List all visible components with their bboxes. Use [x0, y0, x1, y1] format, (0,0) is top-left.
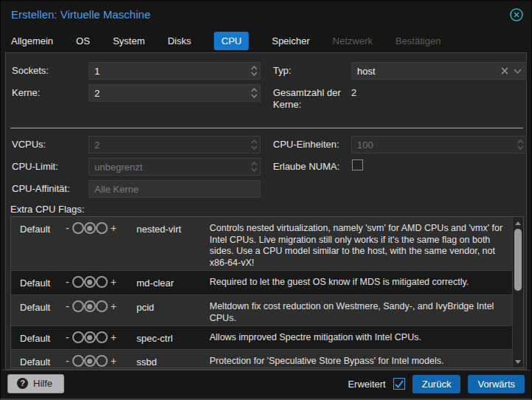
- cpu-settings-panel: Sockets: Typ: Kerne: Gesamtzahl d: [5, 52, 527, 370]
- tristate-off-radio[interactable]: [72, 331, 84, 343]
- flag-tristate-control: - +: [66, 355, 137, 367]
- dialog-footer: ? Hilfe Erweitert Zurück Vorwärts: [1, 370, 531, 397]
- flag-description: Controls nested virtualization, namely '…: [210, 222, 507, 269]
- sockets-spinner[interactable]: [248, 63, 260, 79]
- typ-combo-tools: [500, 66, 526, 75]
- tristate-default-radio[interactable]: [84, 355, 96, 367]
- cpu-flags-table: Default - + nested-virt Controls nested …: [10, 216, 524, 368]
- tristate-on-radio[interactable]: [96, 222, 108, 234]
- tristate-on-radio[interactable]: [96, 331, 108, 343]
- chevron-down-icon[interactable]: [514, 69, 522, 74]
- tristate-default-radio[interactable]: [84, 331, 96, 343]
- tab-bar: Allgemein OS System Disks CPU Speicher N…: [11, 29, 531, 52]
- cpu-limit-field: [89, 158, 260, 176]
- tristate-on-radio[interactable]: [96, 276, 108, 288]
- typ-combobox: [351, 62, 527, 80]
- flag-row-nested-virt: Default - + nested-virt Controls nested …: [11, 217, 523, 271]
- cpu-units-field: [351, 136, 527, 154]
- vcpus-label: VCPUs:: [12, 139, 46, 150]
- spinner-down-icon: [517, 145, 524, 150]
- tab-system[interactable]: System: [113, 32, 145, 50]
- flag-name: pcid: [137, 300, 210, 313]
- create-vm-dialog: Erstellen: Virtuelle Maschine Allgemein …: [0, 0, 532, 400]
- tristate-off-radio[interactable]: [72, 300, 84, 312]
- kerne-field: [89, 84, 260, 102]
- numa-checkbox[interactable]: [352, 159, 363, 170]
- tab-cpu[interactable]: CPU: [214, 32, 249, 50]
- back-button[interactable]: Zurück: [412, 375, 461, 393]
- tab-disks[interactable]: Disks: [167, 32, 191, 50]
- clear-icon[interactable]: [500, 66, 509, 75]
- cpu-limit-input: [89, 162, 248, 173]
- close-icon[interactable]: [509, 7, 524, 22]
- footer-actions: Erweitert Zurück Vorwärts: [348, 375, 525, 393]
- flag-description: Protection for 'Speculative Store Bypass…: [210, 355, 507, 368]
- spinner-up-icon: [251, 139, 258, 144]
- tristate-minus-label: -: [66, 276, 69, 288]
- sockets-input[interactable]: [89, 66, 248, 77]
- tristate-off-radio[interactable]: [72, 355, 84, 367]
- cpu-affinity-label: CPU-Affinität:: [12, 183, 70, 194]
- help-button[interactable]: ? Hilfe: [7, 374, 64, 393]
- scroll-down-icon[interactable]: [513, 356, 523, 367]
- tristate-plus-label: +: [111, 331, 117, 343]
- kerne-spinner[interactable]: [248, 85, 260, 101]
- help-button-label: Hilfe: [33, 378, 52, 389]
- tab-os[interactable]: OS: [76, 32, 90, 50]
- spinner-down-icon: [251, 145, 258, 150]
- flag-tristate-control: - +: [66, 300, 137, 312]
- flag-state-label: Default: [20, 276, 66, 289]
- section-divider: [10, 128, 523, 128]
- flag-row-md-clear: Default - + md-clear Required to let the…: [11, 271, 523, 295]
- tristate-plus-label: +: [111, 276, 117, 288]
- vcpus-input: [89, 139, 248, 151]
- flag-description: Meltdown fix cost reduction on Westmere,…: [210, 300, 507, 324]
- flag-row-spec-ctrl: Default - + spec-ctrl Allows improved Sp…: [11, 326, 523, 350]
- cpu-units-label: CPU-Einheiten:: [273, 139, 339, 150]
- tristate-on-radio[interactable]: [96, 300, 108, 312]
- total-cores-value: 2: [351, 87, 356, 98]
- flag-name: md-clear: [137, 276, 210, 289]
- tristate-minus-label: -: [66, 355, 69, 367]
- kerne-input[interactable]: [89, 88, 248, 99]
- scroll-up-icon[interactable]: [513, 218, 523, 228]
- flag-state-label: Default: [20, 331, 66, 344]
- typ-label: Typ:: [273, 65, 291, 76]
- sockets-label: Sockets:: [12, 65, 49, 76]
- forward-button[interactable]: Vorwärts: [468, 375, 525, 393]
- spinner-up-icon: [251, 162, 258, 166]
- tristate-on-radio[interactable]: [96, 355, 108, 367]
- tab-speicher[interactable]: Speicher: [272, 32, 309, 50]
- flag-tristate-control: - +: [66, 222, 137, 234]
- cpu-affinity-input[interactable]: [89, 184, 260, 195]
- cpu-limit-spinner: [248, 159, 260, 175]
- tab-netzwerk: Netzwerk: [333, 32, 373, 50]
- spinner-up-icon: [251, 88, 258, 92]
- flag-name: nested-virt: [137, 222, 210, 235]
- advanced-checkbox[interactable]: [393, 378, 405, 390]
- tristate-plus-label: +: [111, 300, 117, 312]
- scrollbar-thumb[interactable]: [514, 229, 522, 291]
- tristate-default-radio[interactable]: [84, 300, 96, 312]
- check-icon: [395, 380, 404, 388]
- typ-input[interactable]: [352, 66, 500, 77]
- tristate-minus-label: -: [66, 300, 69, 312]
- flag-tristate-control: - +: [66, 331, 137, 343]
- spinner-down-icon: [251, 168, 258, 172]
- spinner-up-icon: [517, 139, 524, 144]
- tristate-minus-label: -: [66, 222, 69, 234]
- total-cores-label: Gesamtzahl der Kerne:: [273, 87, 348, 111]
- tristate-off-radio[interactable]: [72, 276, 84, 288]
- cpu-affinity-field: [89, 180, 260, 198]
- tab-allgemein[interactable]: Allgemein: [11, 32, 53, 50]
- numa-label: Erlaube NUMA:: [273, 161, 339, 172]
- table-scrollbar: [512, 217, 523, 368]
- tristate-off-radio[interactable]: [72, 222, 84, 234]
- advanced-label: Erweitert: [348, 379, 385, 390]
- cpu-limit-label: CPU-Limit:: [12, 161, 58, 172]
- tristate-plus-label: +: [111, 222, 117, 234]
- dialog-titlebar: Erstellen: Virtuelle Maschine: [1, 1, 531, 29]
- tab-bestaetigen: Bestätigen: [395, 32, 441, 50]
- tristate-default-radio[interactable]: [84, 222, 96, 234]
- tristate-default-radio[interactable]: [84, 276, 96, 288]
